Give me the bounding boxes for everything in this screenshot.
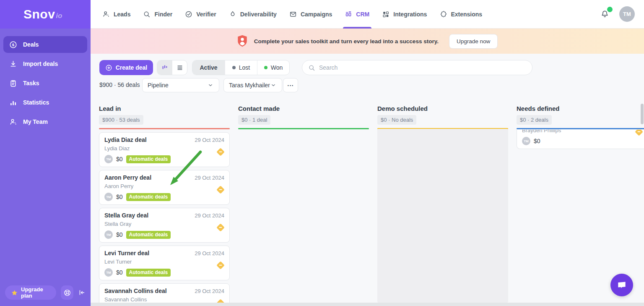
check-circle-icon [185, 10, 192, 18]
life-ring-icon [63, 289, 71, 297]
pipeline-select[interactable]: Pipeline [142, 78, 219, 92]
list-view-button[interactable] [172, 60, 187, 75]
deal-card[interactable]: Lydia Diaz deal 29 Oct 2024 Lydia Diaz T… [99, 132, 230, 167]
deal-tag-badge: Automatic deals [126, 231, 171, 239]
column-badge: $0 · 1 deal [238, 115, 270, 125]
deal-owner-avatar: TM [104, 193, 113, 201]
create-deal-button[interactable]: Create deal [99, 60, 153, 75]
nav-item-integrations[interactable]: Integrations [382, 0, 427, 29]
grid-icon [382, 10, 390, 18]
sidebar-item-import-deals[interactable]: Import deals [3, 55, 87, 72]
sidebar-item-deals[interactable]: $ Deals [3, 36, 87, 53]
help-button[interactable] [61, 285, 73, 300]
bar-chart-icon [9, 99, 17, 107]
status-filter: Active Lost Won [192, 60, 290, 75]
sidebar-item-statistics[interactable]: Statistics [3, 94, 87, 111]
deal-card[interactable]: Levi Turner deal 29 Oct 2024 Levi Turner… [99, 246, 230, 280]
more-options-button[interactable]: ... [283, 78, 298, 92]
won-dot-icon [264, 66, 267, 69]
sidebar-item-label: Statistics [23, 99, 49, 106]
nav-item-verifier[interactable]: Verifier [185, 0, 216, 29]
chevron-down-icon [270, 82, 277, 89]
deal-value: $0 [534, 138, 540, 144]
column-title: Needs defined [517, 105, 644, 112]
ellipsis-label: ... [287, 80, 294, 87]
snov-logo[interactable]: Snov io [0, 0, 91, 29]
deal-value: $0 [116, 194, 123, 200]
chat-button[interactable] [610, 274, 633, 296]
nav-label: Extensions [451, 11, 482, 18]
view-toggle [157, 60, 187, 75]
upgrade-plan-button[interactable]: Upgrade plan [5, 285, 56, 300]
deal-contact: Lydia Diaz [104, 145, 224, 152]
collapse-icon [78, 289, 86, 296]
logo-suffix: io [56, 12, 62, 20]
owner-select-value: Taras Mykhailen... [229, 82, 270, 89]
deal-date: 29 Oct 2024 [195, 250, 224, 256]
deal-title: Aaron Perry deal [104, 174, 151, 181]
deal-owner-avatar: TM [104, 230, 113, 239]
deal-contact: Levi Turner [104, 259, 224, 265]
deal-tag-badge: Automatic deals [126, 269, 171, 277]
filter-tab-active[interactable]: Active [192, 60, 225, 75]
lost-dot-icon [232, 66, 236, 69]
horizontal-scrollbar[interactable] [91, 303, 644, 306]
deal-contact: Aaron Perry [104, 183, 224, 190]
column-needs-defined: Needs defined $0 · 2 deals Brayden Phill… [517, 105, 644, 149]
nav-item-campaigns[interactable]: Campaigns [289, 0, 332, 29]
nav-item-leads[interactable]: Leads [102, 0, 130, 29]
deal-tag-badge: Automatic deals [126, 193, 171, 201]
deal-card[interactable]: Stella Gray deal 29 Oct 2024 Stella Gray… [99, 208, 230, 243]
column-accent-bar [238, 128, 369, 129]
nav-item-extensions[interactable]: Extensions [439, 0, 482, 29]
deal-date: 29 Oct 2024 [195, 212, 224, 219]
envelope-icon [289, 10, 297, 18]
nav-label: Finder [154, 11, 172, 18]
deal-owner-avatar: TM [522, 137, 530, 145]
nav-item-finder[interactable]: Finder [143, 0, 172, 29]
column-badge: $0 · 2 deals [517, 115, 552, 125]
column-title: Demo scheduled [377, 105, 508, 112]
sidebar: Snov io $ Deals Import deals Tasks Stati [0, 0, 91, 306]
kanban-view-button[interactable] [157, 60, 172, 75]
speech-bubble-icon [616, 280, 627, 290]
sidebar-item-my-team[interactable]: My Team [3, 113, 87, 130]
notifications-button[interactable] [600, 10, 609, 18]
filter-label: Lost [239, 64, 250, 71]
deal-card[interactable]: Aaron Perry deal 29 Oct 2024 Aaron Perry… [99, 170, 230, 205]
column-lead-in: Lead in $900 · 53 deals Lydia Diaz deal … [99, 105, 230, 306]
owner-select[interactable]: Taras Mykhailen... [223, 78, 282, 92]
list-icon [177, 64, 183, 71]
star-icon [11, 290, 18, 296]
filter-tab-lost[interactable]: Lost [225, 60, 257, 75]
deal-tag-badge: Automatic deals [126, 155, 171, 163]
collapse-sidebar-button[interactable] [78, 289, 86, 296]
search-input[interactable] [319, 64, 526, 71]
deal-value: $0 [116, 156, 123, 162]
nav-label: Deliverability [240, 11, 277, 18]
deal-card-partial[interactable]: Brayden Phillips TM $0 [517, 130, 644, 149]
nav-label: CRM [356, 11, 369, 18]
create-deal-label: Create deal [116, 64, 147, 71]
filter-tab-won[interactable]: Won [257, 60, 289, 75]
sidebar-item-label: My Team [23, 118, 48, 125]
vertical-scrollbar-thumb[interactable] [641, 104, 644, 124]
nav-item-deliverability[interactable]: Deliverability [229, 0, 277, 29]
user-avatar[interactable]: TM [619, 6, 635, 22]
chevron-down-icon [207, 82, 214, 89]
sidebar-item-tasks[interactable]: Tasks [3, 75, 87, 92]
empty-column-dropzone [377, 129, 508, 303]
top-navigation: Leads Finder Verifier Deliverability Cam… [91, 0, 644, 29]
banner-message: Complete your sales toolkit and turn eve… [254, 38, 439, 44]
pipeline-select-value: Pipeline [148, 82, 169, 89]
kanban-icon [161, 64, 168, 71]
notification-dot [607, 7, 613, 12]
column-accent-bar [517, 128, 644, 129]
upgrade-banner: Complete your sales toolkit and turn eve… [91, 29, 644, 54]
filter-label: Active [200, 64, 217, 71]
deal-owner-avatar: TM [104, 268, 113, 277]
nav-label: Verifier [196, 11, 216, 18]
upgrade-now-button[interactable]: Upgrade now [449, 34, 498, 49]
nav-item-crm[interactable]: CRM [345, 0, 369, 29]
deal-contact: Stella Gray [104, 221, 224, 228]
